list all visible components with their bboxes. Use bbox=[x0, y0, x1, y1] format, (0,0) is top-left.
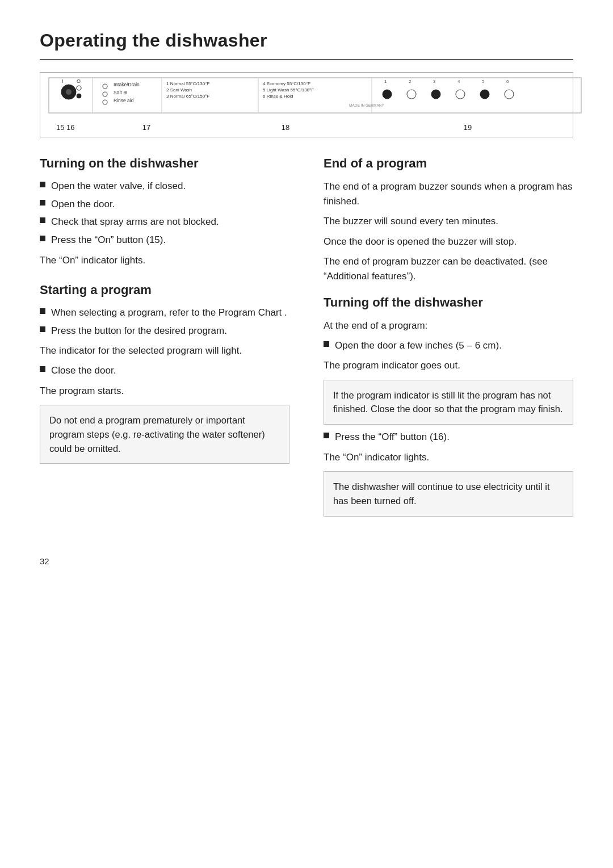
bullet-icon bbox=[40, 308, 45, 314]
starting-note-box: Do not end a program prematurely or impo… bbox=[40, 405, 289, 464]
diagram-label-17: 17 bbox=[93, 123, 200, 133]
end-para4: The end of program buzzer can be deactiv… bbox=[324, 254, 573, 283]
starting-para1: The indicator for the selected program w… bbox=[40, 343, 289, 358]
starting-bullets-2: Close the door. bbox=[40, 364, 289, 378]
left-column: Turning on the dishwasher Open the water… bbox=[40, 154, 289, 477]
heading-end-program: End of a program bbox=[324, 154, 573, 173]
diagram-label-18: 18 bbox=[200, 123, 371, 133]
bullet-item: Press the button for the desired program… bbox=[40, 324, 289, 338]
svg-text:6: 6 bbox=[506, 79, 509, 84]
turning-off-note1-text: If the program indicator is still lit th… bbox=[333, 390, 562, 414]
bullet-item: Open the door a few inches (5 – 6 cm). bbox=[324, 339, 573, 353]
svg-text:2  Sani Wash: 2 Sani Wash bbox=[166, 87, 192, 93]
starting-bullets-1: When selecting a program, refer to the P… bbox=[40, 306, 289, 338]
end-para1: The end of a program buzzer sounds when … bbox=[324, 179, 573, 208]
svg-text:3: 3 bbox=[433, 79, 436, 84]
heading-turning-off: Turning off the dishwasher bbox=[324, 293, 573, 312]
title-divider bbox=[40, 59, 573, 60]
diagram-number-labels: 15 16 17 18 19 bbox=[48, 121, 565, 133]
turning-off-para1: The program indicator goes out. bbox=[324, 358, 573, 373]
svg-point-2 bbox=[66, 89, 72, 95]
page-number: 32 bbox=[40, 555, 573, 568]
svg-text:4  Economy     55°C/130°F: 4 Economy 55°C/130°F bbox=[263, 81, 310, 86]
heading-turning-on: Turning on the dishwasher bbox=[40, 154, 289, 173]
turning-off-para2: The “On” indicator lights. bbox=[324, 450, 573, 465]
svg-text:1: 1 bbox=[384, 79, 387, 84]
bullet-item: Press the “Off” button (16). bbox=[324, 430, 573, 445]
turning-off-bullets-1: Open the door a few inches (5 – 6 cm). bbox=[324, 339, 573, 353]
svg-text:3  Normal    65°C/150°F: 3 Normal 65°C/150°F bbox=[166, 94, 209, 99]
turning-off-note1: If the program indicator is still lit th… bbox=[324, 380, 573, 425]
bullet-item: Open the water valve, if closed. bbox=[40, 179, 289, 194]
svg-point-34 bbox=[480, 90, 489, 99]
bullet-text: Open the door. bbox=[51, 198, 115, 212]
bullet-text: Check that spray arms are not blocked. bbox=[51, 215, 219, 229]
svg-point-30 bbox=[383, 90, 392, 99]
svg-text:O: O bbox=[77, 78, 81, 84]
section-turning-on: Turning on the dishwasher Open the water… bbox=[40, 154, 289, 267]
diagram-area: I O Intake/Drain Salt ⊕ Rinse aid 1 Norm… bbox=[40, 72, 573, 137]
svg-text:5: 5 bbox=[482, 79, 485, 84]
diagram-label-19: 19 bbox=[371, 123, 565, 133]
bullet-icon bbox=[40, 366, 45, 372]
bullet-icon bbox=[40, 326, 45, 332]
bullet-text: Close the door. bbox=[51, 364, 116, 378]
bullet-item: Close the door. bbox=[40, 364, 289, 378]
bullet-item: Open the door. bbox=[40, 198, 289, 212]
svg-point-8 bbox=[103, 84, 107, 89]
svg-text:6  Rinse & Hold: 6 Rinse & Hold bbox=[263, 94, 293, 99]
svg-text:1  Normal    55°C/130°F: 1 Normal 55°C/130°F bbox=[166, 81, 209, 86]
bullet-item: Check that spray arms are not blocked. bbox=[40, 215, 289, 229]
bullet-icon bbox=[40, 236, 45, 241]
svg-text:4: 4 bbox=[457, 79, 460, 84]
bullet-text: Press the button for the desired program… bbox=[51, 324, 227, 338]
starting-note-text: Do not end a program prematurely or impo… bbox=[49, 415, 265, 454]
svg-text:Salt ⊕: Salt ⊕ bbox=[114, 90, 128, 95]
starting-para2: The program starts. bbox=[40, 384, 289, 399]
svg-point-9 bbox=[103, 92, 107, 97]
svg-point-32 bbox=[431, 90, 440, 99]
svg-point-3 bbox=[77, 86, 81, 90]
svg-point-33 bbox=[456, 90, 465, 99]
turning-off-note2-text: The dishwasher will continue to use elec… bbox=[333, 481, 550, 506]
diagram-svg: I O Intake/Drain Salt ⊕ Rinse aid 1 Norm… bbox=[48, 77, 565, 118]
bullet-text: Press the “On” button (15). bbox=[51, 233, 166, 248]
svg-text:2: 2 bbox=[409, 79, 412, 84]
bullet-icon bbox=[40, 217, 45, 223]
diagram-label-15-16: 15 16 bbox=[48, 123, 93, 133]
heading-starting-program: Starting a program bbox=[40, 281, 289, 299]
bullet-icon bbox=[324, 433, 329, 438]
turning-on-after-bullet: The “On” indicator lights. bbox=[40, 253, 289, 268]
svg-point-4 bbox=[77, 94, 81, 98]
svg-point-35 bbox=[505, 90, 514, 99]
svg-text:I: I bbox=[62, 78, 64, 84]
content-area: Turning on the dishwasher Open the water… bbox=[40, 154, 573, 527]
svg-point-31 bbox=[407, 90, 416, 99]
section-end-program: End of a program The end of a program bu… bbox=[324, 154, 573, 283]
bullet-icon bbox=[324, 341, 329, 347]
bullet-item: Press the “On” button (15). bbox=[40, 233, 289, 248]
page-title: Operating the dishwasher bbox=[40, 27, 573, 53]
bullet-icon bbox=[40, 182, 45, 187]
bullet-text: Press the “Off” button (16). bbox=[335, 430, 450, 445]
bullet-text: When selecting a program, refer to the P… bbox=[51, 306, 287, 320]
end-para2: The buzzer will sound every ten minutes. bbox=[324, 214, 573, 229]
turning-off-note2: The dishwasher will continue to use elec… bbox=[324, 471, 573, 517]
turning-on-bullets: Open the water valve, if closed. Open th… bbox=[40, 179, 289, 248]
bullet-text: Open the door a few inches (5 – 6 cm). bbox=[335, 339, 502, 353]
end-para3: Once the door is opened the buzzer will … bbox=[324, 234, 573, 249]
svg-text:Intake/Drain: Intake/Drain bbox=[114, 82, 140, 87]
turning-off-intro: At the end of a program: bbox=[324, 318, 573, 333]
svg-text:5  Light Wash  55°C/130°F: 5 Light Wash 55°C/130°F bbox=[263, 87, 314, 93]
section-starting-program: Starting a program When selecting a prog… bbox=[40, 281, 289, 464]
svg-text:MADE IN GERMANY: MADE IN GERMANY bbox=[349, 103, 384, 107]
bullet-icon bbox=[40, 200, 45, 206]
section-turning-off: Turning off the dishwasher At the end of… bbox=[324, 293, 573, 517]
bullet-text: Open the water valve, if closed. bbox=[51, 179, 186, 194]
right-column: End of a program The end of a program bu… bbox=[324, 154, 573, 527]
svg-text:Rinse aid: Rinse aid bbox=[114, 98, 134, 103]
bullet-item: When selecting a program, refer to the P… bbox=[40, 306, 289, 320]
svg-point-10 bbox=[103, 100, 107, 104]
turning-off-bullets-2: Press the “Off” button (16). bbox=[324, 430, 573, 445]
